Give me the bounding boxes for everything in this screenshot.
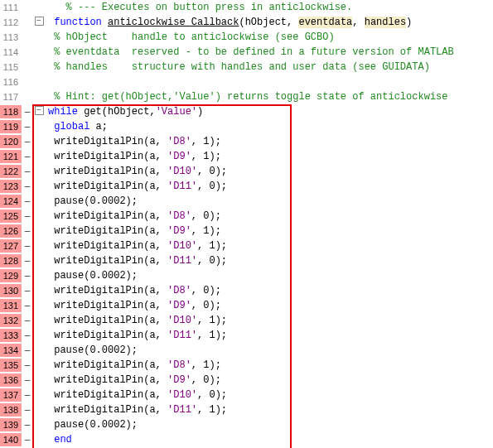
exec-marker: –	[22, 283, 33, 298]
line-number[interactable]: 132	[0, 314, 22, 328]
editor-line: 131– writeDigitalPin(a, 'D9', 0);	[0, 298, 493, 313]
code-text[interactable]: pause(0.0002);	[45, 268, 493, 283]
editor-line: 130– writeDigitalPin(a, 'D8', 0);	[0, 283, 493, 298]
editor-line: 116	[0, 75, 493, 89]
fold-column: −	[33, 17, 45, 27]
editor-line: 120– writeDigitalPin(a, 'D8', 1);	[0, 134, 493, 149]
code-text[interactable]: writeDigitalPin(a, 'D11', 1);	[45, 328, 493, 343]
code-text[interactable]: writeDigitalPin(a, 'D10', 1);	[45, 238, 493, 253]
editor-line: 136– writeDigitalPin(a, 'D9', 0);	[0, 373, 493, 388]
exec-marker: –	[22, 402, 33, 417]
exec-marker: –	[22, 134, 33, 149]
exec-marker: –	[22, 298, 33, 313]
code-text[interactable]: writeDigitalPin(a, 'D8', 1);	[45, 358, 493, 373]
editor-line: 115 % handles structure with handles and…	[0, 60, 493, 75]
editor-line: 112− function anticlockwise_Callback(hOb…	[0, 15, 493, 30]
code-text[interactable]: writeDigitalPin(a, 'D11', 0);	[45, 253, 493, 268]
code-text[interactable]: pause(0.0002);	[45, 194, 493, 209]
line-number[interactable]: 130	[0, 284, 22, 298]
line-number[interactable]: 138	[0, 403, 22, 417]
code-text[interactable]: % eventdata reserved - to be defined in …	[45, 45, 493, 60]
line-number[interactable]: 114	[0, 46, 22, 60]
editor-line: 113 % hObject handle to anticlockwise (s…	[0, 30, 493, 45]
line-number[interactable]: 127	[0, 239, 22, 253]
line-number[interactable]: 113	[0, 31, 22, 45]
line-number[interactable]: 126	[0, 224, 22, 238]
code-text[interactable]: writeDigitalPin(a, 'D10', 0);	[45, 164, 493, 179]
exec-marker: –	[22, 224, 33, 238]
exec-marker: –	[22, 388, 33, 402]
code-text[interactable]: pause(0.0002);	[45, 343, 493, 358]
editor-line: 122– writeDigitalPin(a, 'D10', 0);	[0, 164, 493, 179]
line-number[interactable]: 116	[0, 75, 22, 89]
line-number[interactable]: 129	[0, 269, 22, 283]
line-number[interactable]: 120	[0, 135, 22, 149]
code-text[interactable]: writeDigitalPin(a, 'D9', 1);	[45, 224, 493, 238]
line-number[interactable]: 124	[0, 195, 22, 209]
code-text[interactable]: writeDigitalPin(a, 'D8', 0);	[45, 209, 493, 224]
exec-marker: –	[22, 194, 33, 209]
exec-marker: –	[22, 104, 33, 119]
fold-toggle[interactable]: −	[35, 106, 44, 115]
editor-line: 127– writeDigitalPin(a, 'D10', 1);	[0, 238, 493, 253]
line-number[interactable]: 136	[0, 373, 22, 388]
exec-marker: –	[22, 358, 33, 373]
code-text[interactable]: % hObject handle to anticlockwise (see G…	[45, 30, 493, 45]
code-text[interactable]: pause(0.0002);	[45, 417, 493, 432]
code-editor: 111 % --- Executes on button press in an…	[0, 0, 493, 448]
line-number[interactable]: 122	[0, 165, 22, 179]
code-text[interactable]: % --- Executes on button press in anticl…	[45, 0, 493, 15]
editor-line: 128– writeDigitalPin(a, 'D11', 0);	[0, 253, 493, 268]
editor-line: 123– writeDigitalPin(a, 'D11', 0);	[0, 179, 493, 194]
code-text[interactable]: writeDigitalPin(a, 'D9', 0);	[45, 298, 493, 313]
code-text[interactable]: writeDigitalPin(a, 'D8', 1);	[45, 134, 493, 149]
editor-line: 135– writeDigitalPin(a, 'D8', 1);	[0, 358, 493, 373]
line-number[interactable]: 135	[0, 359, 22, 373]
exec-marker: –	[22, 119, 33, 134]
editor-line: 134– pause(0.0002);	[0, 343, 493, 358]
exec-marker: –	[22, 149, 33, 164]
code-text[interactable]: while get(hObject,'Value')	[45, 104, 493, 119]
line-number[interactable]: 119	[0, 120, 22, 134]
editor-line: 137– writeDigitalPin(a, 'D10', 0);	[0, 388, 493, 402]
line-number[interactable]: 125	[0, 210, 22, 224]
line-number[interactable]: 134	[0, 344, 22, 358]
line-number[interactable]: 115	[0, 60, 22, 75]
line-number[interactable]: 117	[0, 90, 22, 104]
code-text[interactable]: global a;	[45, 119, 493, 134]
exec-marker: –	[22, 343, 33, 358]
line-number[interactable]: 128	[0, 254, 22, 268]
code-text[interactable]: writeDigitalPin(a, 'D8', 0);	[45, 283, 493, 298]
line-number[interactable]: 131	[0, 299, 22, 313]
code-text[interactable]: writeDigitalPin(a, 'D11', 0);	[45, 179, 493, 194]
line-number[interactable]: 123	[0, 180, 22, 194]
line-number[interactable]: 112	[0, 16, 22, 30]
exec-marker: –	[22, 164, 33, 179]
editor-line: 111 % --- Executes on button press in an…	[0, 0, 493, 15]
editor-line: 121– writeDigitalPin(a, 'D9', 1);	[0, 149, 493, 164]
code-text[interactable]: writeDigitalPin(a, 'D10', 0);	[45, 388, 493, 402]
line-number[interactable]: 133	[0, 329, 22, 343]
line-number[interactable]: 118	[0, 105, 22, 119]
code-text[interactable]: writeDigitalPin(a, 'D11', 1);	[45, 402, 493, 417]
line-number[interactable]: 111	[0, 1, 22, 15]
exec-marker: –	[22, 179, 33, 194]
editor-line: 126– writeDigitalPin(a, 'D9', 1);	[0, 224, 493, 238]
exec-marker: –	[22, 313, 33, 328]
code-text[interactable]: function anticlockwise_Callback(hObject,…	[45, 15, 493, 30]
line-number[interactable]: 139	[0, 418, 22, 432]
line-number[interactable]: 137	[0, 388, 22, 402]
editor-line: 119– global a;	[0, 119, 493, 134]
editor-line: 124– pause(0.0002);	[0, 194, 493, 209]
code-text[interactable]: end	[45, 432, 493, 447]
code-text[interactable]: writeDigitalPin(a, 'D9', 1);	[45, 149, 493, 164]
line-number[interactable]: 140	[0, 433, 22, 447]
code-text[interactable]: % handles structure with handles and use…	[45, 60, 493, 75]
code-text[interactable]: writeDigitalPin(a, 'D10', 1);	[45, 313, 493, 328]
code-text[interactable]: writeDigitalPin(a, 'D9', 0);	[45, 373, 493, 388]
exec-marker: –	[22, 328, 33, 343]
fold-toggle[interactable]: −	[35, 17, 44, 26]
exec-marker: –	[22, 432, 33, 447]
line-number[interactable]: 121	[0, 150, 22, 164]
code-text[interactable]: % Hint: get(hObject,'Value') returns tog…	[45, 89, 493, 104]
